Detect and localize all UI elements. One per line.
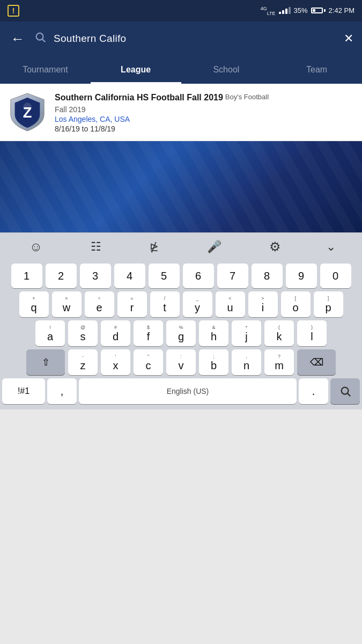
- back-button[interactable]: ←: [9, 28, 27, 49]
- result-info: Southern California HS Football Fall 201…: [55, 91, 356, 133]
- key-2[interactable]: 2: [46, 264, 77, 288]
- sym-key[interactable]: !#1: [2, 378, 45, 404]
- key-6[interactable]: 6: [183, 264, 214, 288]
- comma-key[interactable]: ,: [47, 378, 77, 404]
- key-3[interactable]: 3: [80, 264, 111, 288]
- key-n[interactable]: ,n: [232, 349, 261, 375]
- svg-line-1: [42, 39, 45, 42]
- key-v[interactable]: :v: [166, 349, 196, 375]
- key-b[interactable]: ;b: [199, 349, 228, 375]
- battery-percent: 35%: [294, 6, 308, 14]
- key-y[interactable]: _y: [183, 291, 212, 317]
- key-5[interactable]: 5: [149, 264, 180, 288]
- key-k[interactable]: (k: [264, 320, 294, 346]
- clipboard-button[interactable]: ☷: [87, 237, 105, 257]
- result-dates: 8/16/19 to 11/8/19: [55, 125, 356, 133]
- signal-label: 4GLTE: [261, 6, 276, 16]
- signal-bars: [279, 7, 291, 14]
- result-title: Southern California HS Football Fall 201…: [55, 92, 223, 104]
- key-c[interactable]: "c: [134, 349, 163, 375]
- settings-button[interactable]: ⚙: [266, 236, 284, 258]
- a-row: !a @s #d $f %g &h *j (k )l: [2, 320, 360, 346]
- key-h[interactable]: &h: [199, 320, 228, 346]
- tab-school[interactable]: School: [181, 56, 272, 84]
- key-f[interactable]: $f: [134, 320, 163, 346]
- key-o[interactable]: [o: [281, 291, 311, 317]
- bottom-row: !#1 , English (US) .: [2, 378, 360, 404]
- battery-indicator: [311, 8, 326, 13]
- league-logo: Z: [6, 91, 48, 133]
- key-w[interactable]: ×w: [52, 291, 82, 317]
- q-row: +q ×w ÷e =r /t _y <u >i [o ]p: [2, 291, 360, 317]
- search-bar: ← Southern Califo ✕: [0, 21, 362, 56]
- key-j[interactable]: *j: [232, 320, 261, 346]
- tab-tournament[interactable]: Tournament: [0, 56, 91, 84]
- key-p[interactable]: ]p: [314, 291, 343, 317]
- key-a[interactable]: !a: [35, 320, 65, 346]
- key-7[interactable]: 7: [217, 264, 248, 288]
- tabs-bar: Tournament League School Team: [0, 56, 362, 84]
- key-4[interactable]: 4: [114, 264, 145, 288]
- keyboard: 1 2 3 4 5 6 7 8 9 0 +q ×w ÷e =r /t _y <u…: [0, 260, 362, 409]
- key-u[interactable]: <u: [216, 291, 245, 317]
- key-1[interactable]: 1: [11, 264, 42, 288]
- backspace-key[interactable]: ⌫: [297, 349, 336, 375]
- key-s[interactable]: @s: [68, 320, 98, 346]
- result-card[interactable]: Z Southern California HS Football Fall 2…: [0, 84, 362, 141]
- blue-banner: [0, 141, 362, 232]
- key-0[interactable]: 0: [320, 264, 351, 288]
- search-icon: [34, 31, 46, 46]
- key-d[interactable]: #d: [101, 320, 130, 346]
- status-bar: ! 4GLTE 35% 2:42 PM: [0, 0, 362, 21]
- svg-point-4: [341, 387, 348, 394]
- warning-icon: !: [8, 5, 19, 17]
- result-type-badge: Boy's Football: [225, 92, 269, 101]
- emoji-button[interactable]: ☺: [26, 236, 46, 258]
- key-m[interactable]: ?m: [264, 349, 294, 375]
- key-l[interactable]: )l: [297, 320, 327, 346]
- svg-point-3: [23, 103, 32, 111]
- collapse-keyboard-button[interactable]: ⌄: [326, 240, 336, 254]
- time-display: 2:42 PM: [329, 6, 354, 14]
- key-g[interactable]: %g: [166, 320, 196, 346]
- result-season: Fall 2019: [55, 105, 356, 114]
- key-q[interactable]: +q: [19, 291, 49, 317]
- mic-button[interactable]: 🎤: [204, 237, 225, 257]
- key-8[interactable]: 8: [252, 264, 283, 288]
- key-i[interactable]: >i: [248, 291, 278, 317]
- search-input[interactable]: Southern Califo: [54, 33, 336, 45]
- numpad-button[interactable]: ⋭: [146, 237, 162, 257]
- key-9[interactable]: 9: [286, 264, 317, 288]
- result-location: Los Angeles, CA, USA: [55, 115, 356, 123]
- key-e[interactable]: ÷e: [85, 291, 114, 317]
- space-key[interactable]: English (US): [79, 378, 297, 404]
- search-key[interactable]: [330, 378, 360, 404]
- tab-team[interactable]: Team: [271, 56, 362, 84]
- shift-key[interactable]: ⇧: [26, 349, 65, 375]
- z-row: ⇧ -z 'x "c :v ;b ,n ?m ⌫: [2, 349, 360, 375]
- key-t[interactable]: /t: [150, 291, 180, 317]
- keyboard-toolbar: ☺ ☷ ⋭ 🎤 ⚙ ⌄: [0, 232, 362, 260]
- svg-line-5: [348, 393, 350, 396]
- key-z[interactable]: -z: [68, 349, 98, 375]
- svg-point-0: [36, 33, 43, 40]
- results-area: Z Southern California HS Football Fall 2…: [0, 84, 362, 141]
- key-x[interactable]: 'x: [101, 349, 130, 375]
- key-r[interactable]: =r: [117, 291, 147, 317]
- tab-league[interactable]: League: [91, 56, 181, 84]
- clear-button[interactable]: ✕: [344, 32, 353, 46]
- period-key[interactable]: .: [299, 378, 328, 404]
- number-row: 1 2 3 4 5 6 7 8 9 0: [2, 264, 360, 288]
